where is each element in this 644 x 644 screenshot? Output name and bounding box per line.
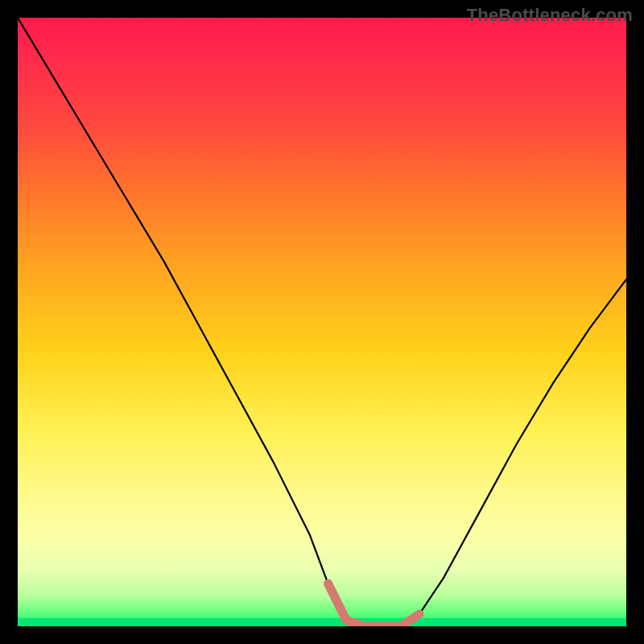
plot-area xyxy=(18,18,626,626)
flat-bottom-highlight-path xyxy=(328,584,419,626)
bottleneck-curve-path xyxy=(18,18,626,626)
watermark-text: TheBottleneck.com xyxy=(467,5,633,26)
chart-frame: TheBottleneck.com xyxy=(0,0,644,644)
curve-svg xyxy=(18,18,626,626)
